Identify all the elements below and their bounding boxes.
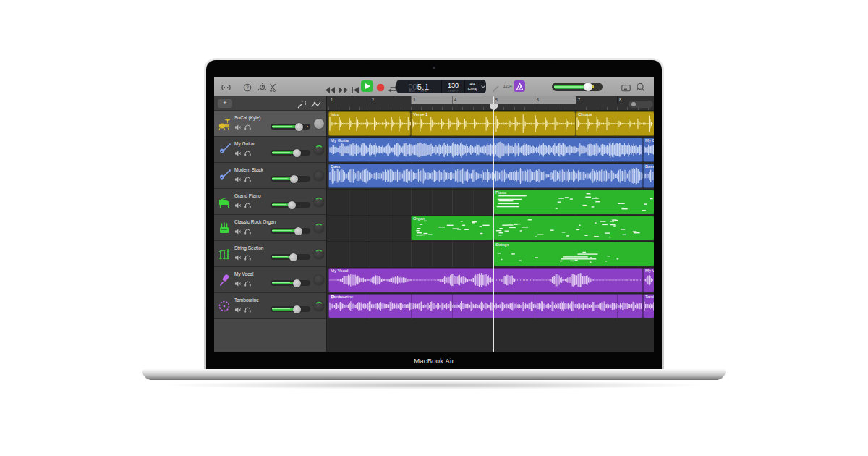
mute-button[interactable] [234,150,242,156]
lcd-bar-beat: 5.1 [417,83,430,91]
track-row[interactable]: Classic Rock Organ [214,215,326,241]
volume-knob[interactable] [294,227,302,235]
region-chorus[interactable]: Chorus [576,111,654,136]
display-icon[interactable] [621,83,631,96]
track-volume-slider[interactable] [271,228,310,234]
track-row[interactable]: Grand Piano [214,189,326,215]
svg-text:?: ? [246,85,249,90]
rewind-button[interactable] [326,83,336,96]
editors-icon[interactable] [269,82,276,95]
track-volume-slider[interactable] [271,254,310,260]
mute-button[interactable] [234,306,242,313]
ruler-zoom-slider[interactable] [629,101,653,108]
pan-knob[interactable] [314,223,324,233]
region-organ[interactable]: Organ [411,216,493,240]
volume-knob[interactable] [293,149,301,157]
pan-knob[interactable] [314,119,324,129]
piano-icon [217,195,231,212]
play-button[interactable] [361,80,373,95]
track-volume-slider[interactable] [271,202,310,208]
device-label: MacBook Air [414,357,454,365]
lcd-display[interactable]: 005.1 BARBEAT 130 TEMPO 4/4 Gmaj [396,80,486,93]
bar-number: 3 [413,98,415,102]
track-row[interactable]: Tambourine [214,293,326,319]
track-panel-header: + [214,96,326,111]
region-my-vocal[interactable]: My Vocal [328,268,643,292]
track-name: My Guitar [234,141,255,146]
add-track-button[interactable]: + [218,99,232,108]
pan-knob[interactable] [314,145,324,155]
track-row[interactable]: My Guitar [214,137,326,163]
mute-button[interactable] [234,254,242,261]
track-row[interactable]: String Section [214,241,326,267]
pan-knob[interactable] [314,275,324,285]
lcd-position: 005.1 BARBEAT [396,80,441,93]
volume-knob[interactable] [290,175,298,183]
region-bass[interactable]: Bass [328,164,643,188]
solo-button[interactable] [244,228,252,235]
solo-button[interactable] [244,202,252,208]
track-row[interactable]: Modern Stack [214,163,326,189]
region-my-guitar[interactable]: My Guitar [328,138,643,162]
beat-tick [473,107,474,110]
track-volume-slider[interactable] [271,280,310,286]
bar-ruler[interactable]: 12345678 [327,96,654,111]
region-my-vocal[interactable]: My Vocal [643,268,654,292]
volume-knob[interactable] [584,83,592,91]
track-volume-slider[interactable] [271,176,310,182]
count-in-button[interactable]: 1234 [503,84,512,88]
track-row[interactable]: My Vocal [214,267,326,293]
region-strings[interactable]: Strings [493,242,654,266]
beat-tick [359,107,360,110]
chevron-down-icon[interactable] [480,80,486,93]
mute-button[interactable] [234,202,242,208]
solo-button[interactable] [244,280,252,287]
solo-button[interactable] [244,176,252,182]
solo-button[interactable] [244,254,252,261]
beat-tick [556,107,556,110]
loop-browser-icon[interactable] [636,82,644,95]
region-unlabeled[interactable] [493,216,654,240]
volume-knob[interactable] [289,253,297,261]
mute-button[interactable] [234,124,242,130]
fast-forward-button[interactable] [338,83,348,96]
pan-knob[interactable] [314,301,324,311]
pan-knob[interactable] [314,171,324,181]
quick-help-icon[interactable]: ? [243,82,252,95]
volume-knob[interactable] [293,305,301,313]
metronome-button[interactable] [514,80,525,92]
region-my-guitar[interactable]: My Guitar [643,138,654,162]
track-volume-slider[interactable] [271,124,310,130]
go-to-beginning-button[interactable] [352,83,359,96]
beat-tick [514,107,515,110]
pencil-icon[interactable] [492,83,500,96]
pan-knob[interactable] [314,197,324,207]
pan-knob[interactable] [314,249,324,259]
solo-button[interactable] [244,306,252,313]
track-row[interactable]: SoCal (Kyle) [214,111,326,137]
mute-button[interactable] [234,176,242,182]
mute-button[interactable] [234,280,242,287]
track-volume-slider[interactable] [271,306,310,312]
region-bass[interactable]: Bass [643,164,654,188]
region-tambourine[interactable]: Tambourine [643,294,654,318]
master-volume-slider[interactable] [552,83,603,91]
track-volume-slider[interactable] [271,150,310,156]
volume-knob[interactable] [295,123,303,131]
region-tambourine[interactable]: Tambourine [328,294,643,318]
track-name: Grand Piano [234,193,261,198]
region-intro[interactable]: Intro [328,111,411,136]
library-icon[interactable] [221,82,231,95]
beat-tick [380,107,380,110]
lcd-bar-dim: 00 [408,83,417,91]
region-piano[interactable]: Piano [493,190,654,214]
volume-knob[interactable] [293,279,301,287]
base-shadow [163,381,705,389]
record-button[interactable] [376,82,385,95]
solo-button[interactable] [244,150,252,156]
mute-button[interactable] [234,228,242,235]
solo-button[interactable] [244,124,252,130]
volume-knob[interactable] [288,201,296,209]
bar-number: 7 [578,98,580,102]
smart-controls-icon[interactable] [258,82,267,95]
